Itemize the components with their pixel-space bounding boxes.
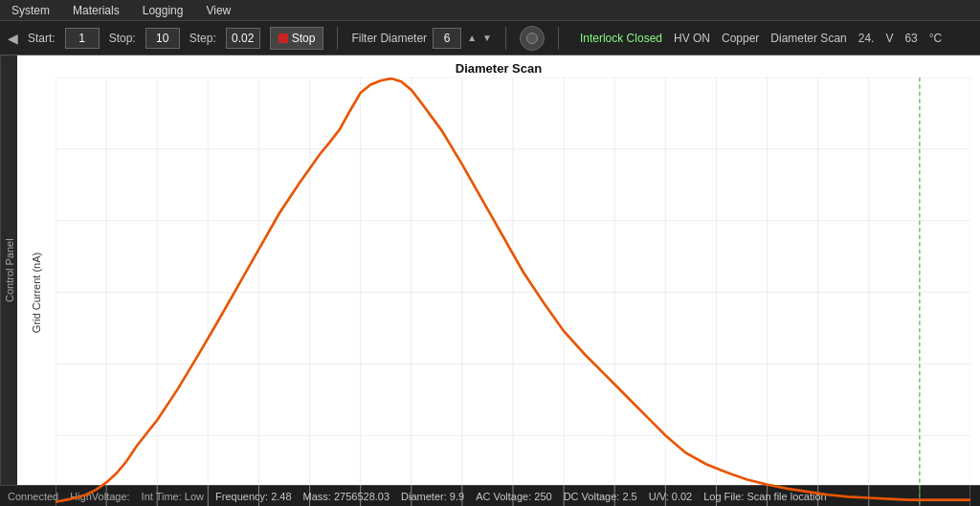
- filter-down-icon[interactable]: ▼: [482, 33, 492, 43]
- status-group: Interlock Closed HV ON Copper Diameter S…: [580, 32, 942, 45]
- main-area: Control Panel Diameter Scan Grid Current…: [0, 55, 980, 485]
- chart-container: Diameter Scan Grid Current (nA): [17, 55, 980, 485]
- y-axis-label: Grid Current (nA): [17, 77, 56, 506]
- control-panel-tab[interactable]: Control Panel: [0, 55, 17, 485]
- chart-svg: 1.2 1 0.8 0.6 0.4 0.2 1 1.5 2 2.5 3 3.5 …: [56, 77, 970, 506]
- chart-plot: 1.2 1 0.8 0.6 0.4 0.2 1 1.5 2 2.5 3 3.5 …: [56, 77, 970, 506]
- record-button[interactable]: [520, 26, 545, 51]
- menu-system[interactable]: System: [8, 4, 54, 17]
- start-label: Start:: [28, 32, 56, 45]
- toolbar: ◀ Start: Stop: Step: Stop Filter Diamete…: [0, 21, 980, 55]
- separator-1: [337, 27, 338, 50]
- temperature-unit: °C: [929, 32, 942, 45]
- stop-button[interactable]: Stop: [270, 27, 324, 50]
- temperature-value: 63: [904, 32, 917, 45]
- collapse-arrow-icon[interactable]: ◀: [8, 31, 18, 46]
- interlock-status: Interlock Closed: [580, 32, 662, 45]
- menu-materials[interactable]: Materials: [69, 4, 123, 17]
- record-dot-icon: [526, 33, 538, 44]
- menu-view[interactable]: View: [202, 4, 234, 17]
- separator-3: [558, 27, 559, 50]
- stop-input[interactable]: [145, 28, 180, 49]
- stop-icon: [278, 33, 288, 43]
- chart-title: Diameter Scan: [17, 55, 980, 77]
- chart-inner: Grid Current (nA): [17, 77, 980, 506]
- control-panel-label: Control Panel: [4, 238, 15, 302]
- material-status: Copper: [722, 32, 759, 45]
- filter-up-icon[interactable]: ▲: [467, 33, 477, 43]
- step-label: Step:: [189, 32, 216, 45]
- voltage-value: 24.: [858, 32, 875, 45]
- step-input[interactable]: [226, 28, 260, 49]
- voltage-unit: V: [885, 32, 893, 45]
- separator-2: [505, 27, 506, 50]
- stop-scan-label: Stop:: [109, 32, 136, 45]
- stop-button-label: Stop: [292, 32, 316, 45]
- start-input[interactable]: [65, 28, 100, 49]
- filter-section: Filter Diameter ▲ ▼: [351, 28, 492, 49]
- menu-logging[interactable]: Logging: [139, 4, 188, 17]
- scan-mode-status: Diameter Scan: [770, 32, 846, 45]
- filter-input[interactable]: [433, 28, 461, 49]
- menubar: System Materials Logging View: [0, 0, 980, 21]
- filter-label: Filter Diameter: [351, 32, 427, 45]
- hv-status: HV ON: [674, 32, 710, 45]
